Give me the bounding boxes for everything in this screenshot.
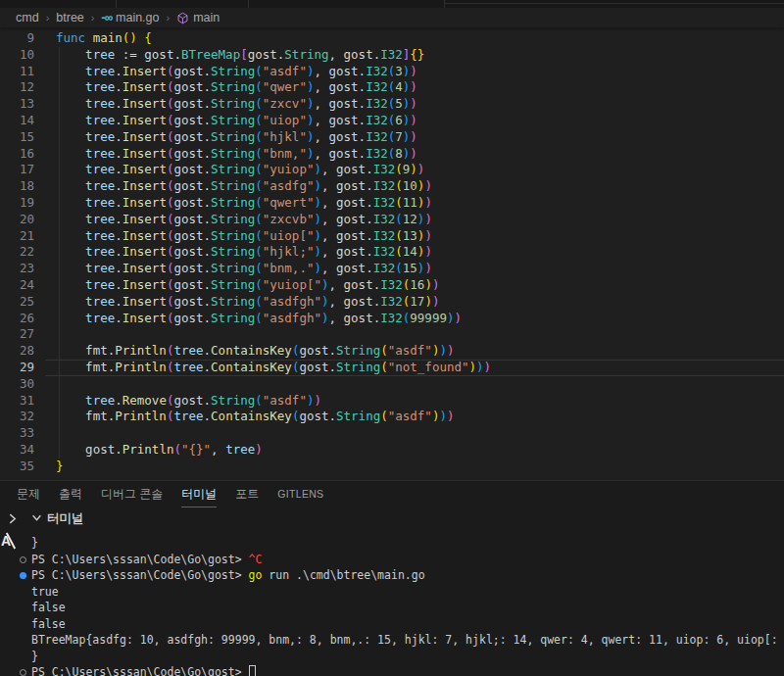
line-number[interactable]: 15 xyxy=(0,129,34,146)
code-line[interactable]: 32 fmt.Println(tree.ContainsKey(gost.Str… xyxy=(0,409,784,425)
line-number[interactable]: 9 xyxy=(0,30,34,47)
command-decoration-icon[interactable] xyxy=(20,669,26,676)
code-line[interactable]: 22 tree.Insert(gost.String("hjkl;"), gos… xyxy=(0,244,784,261)
code-text[interactable]: tree.Insert(gost.String("hjkl"), gost.I3… xyxy=(56,129,417,144)
breadcrumb-item[interactable]: cmd xyxy=(16,11,39,24)
code-line[interactable]: 28 fmt.Println(tree.ContainsKey(gost.Str… xyxy=(0,343,784,360)
code-line[interactable]: 34 gost.Println("{}", tree) xyxy=(0,442,784,459)
code-line[interactable]: 29 fmt.Println(tree.ContainsKey(gost.Str… xyxy=(0,360,784,376)
line-number[interactable]: 23 xyxy=(0,261,34,277)
panel-tab-디버그 콘솔[interactable]: 디버그 콘솔 xyxy=(101,481,163,507)
terminal-line: BTreeMap{asdfg: 10, asdfgh: 99999, bnm,:… xyxy=(31,632,784,649)
code-text[interactable]: tree.Insert(gost.String("hjkl;"), gost.I… xyxy=(56,244,432,259)
code-line[interactable]: 30 xyxy=(0,376,784,393)
code-line[interactable]: 14 tree.Insert(gost.String("uiop"), gost… xyxy=(0,113,784,129)
terminal[interactable]: A }PS C:\Users\sssan\Code\Go\gost> ^CPS … xyxy=(0,530,784,676)
bottom-panel: 문제출력디버그 콘솔터미널포트GITLENS 터미널 A }PS C:\User… xyxy=(0,480,784,676)
line-number[interactable]: 34 xyxy=(0,442,34,459)
line-number[interactable]: 28 xyxy=(0,343,34,360)
code-line[interactable]: 27 xyxy=(0,326,784,343)
code-text[interactable]: func main() { xyxy=(56,30,152,45)
code-text[interactable]: tree.Insert(gost.String("asdfgh"), gost.… xyxy=(56,294,439,309)
line-number[interactable]: 27 xyxy=(0,326,34,343)
command-decoration-icon[interactable] xyxy=(20,572,26,579)
code-line[interactable]: 24 tree.Insert(gost.String("yuiop["), go… xyxy=(0,277,784,294)
line-number[interactable]: 17 xyxy=(0,162,34,178)
code-text[interactable]: tree.Insert(gost.String("bnm,"), gost.I3… xyxy=(56,146,417,161)
line-number[interactable]: 29 xyxy=(0,360,34,376)
code-line[interactable]: 17 tree.Insert(gost.String("yuiop"), gos… xyxy=(0,162,784,178)
code-text[interactable]: tree := gost.BTreeMap[gost.String, gost.… xyxy=(56,47,424,62)
code-line[interactable]: 31 tree.Remove(gost.String("asdf")) xyxy=(0,393,784,410)
code-line[interactable]: 18 tree.Insert(gost.String("asdfg"), gos… xyxy=(0,178,784,195)
line-number[interactable]: 30 xyxy=(0,376,34,393)
terminal-dropdown[interactable]: 터미널 xyxy=(31,510,84,527)
code-line[interactable]: 25 tree.Insert(gost.String("asdfgh"), go… xyxy=(0,294,784,311)
code-line[interactable]: 21 tree.Insert(gost.String("uiop["), gos… xyxy=(0,228,784,245)
breadcrumb-item[interactable]: main xyxy=(176,11,220,24)
code-line[interactable]: 9func main() { xyxy=(0,30,784,47)
line-number[interactable]: 35 xyxy=(0,459,34,475)
breadcrumb-item[interactable]: -∞main.go xyxy=(101,11,159,24)
code-text[interactable]: tree.Insert(gost.String("bnm,."), gost.I… xyxy=(56,261,432,275)
code-text[interactable]: tree.Insert(gost.String("uiop["), gost.I… xyxy=(56,228,432,243)
code-editor[interactable]: 9func main() {10 tree := gost.BTreeMap[g… xyxy=(0,27,784,480)
code-text[interactable]: tree.Remove(gost.String("asdf")) xyxy=(56,393,321,408)
code-text[interactable]: tree.Insert(gost.String("zxcv"), gost.I3… xyxy=(56,96,417,111)
line-number[interactable]: 21 xyxy=(0,228,34,245)
code-line[interactable]: 10 tree := gost.BTreeMap[gost.String, go… xyxy=(0,47,784,64)
code-text[interactable]: tree.Insert(gost.String("yuiop["), gost.… xyxy=(56,277,439,292)
line-number[interactable]: 10 xyxy=(0,47,34,64)
terminal-section-header: 터미널 xyxy=(0,507,784,530)
code-text[interactable]: fmt.Println(tree.ContainsKey(gost.String… xyxy=(56,409,454,423)
line-number[interactable]: 11 xyxy=(0,64,34,80)
code-text[interactable]: tree.Insert(gost.String("qwert"), gost.I… xyxy=(56,195,432,210)
code-line[interactable]: 20 tree.Insert(gost.String("zxcvb"), gos… xyxy=(0,212,784,228)
panel-tab-출력[interactable]: 출력 xyxy=(59,481,82,507)
line-number[interactable]: 18 xyxy=(0,178,34,195)
line-number[interactable]: 16 xyxy=(0,146,34,163)
code-text[interactable]: tree.Insert(gost.String("zxcvb"), gost.I… xyxy=(56,212,432,226)
code-line[interactable]: 19 tree.Insert(gost.String("qwert"), gos… xyxy=(0,195,784,212)
code-line[interactable]: 33 xyxy=(0,425,784,442)
panel-tab-문제[interactable]: 문제 xyxy=(17,481,40,507)
terminal-section-label: 터미널 xyxy=(47,510,84,527)
code-line[interactable]: 15 tree.Insert(gost.String("hjkl"), gost… xyxy=(0,129,784,146)
code-text[interactable]: fmt.Println(tree.ContainsKey(gost.String… xyxy=(56,343,454,358)
code-line[interactable]: 12 tree.Insert(gost.String("qwer"), gost… xyxy=(0,79,784,96)
line-number[interactable]: 26 xyxy=(0,311,34,327)
panel-tab-GITLENS[interactable]: GITLENS xyxy=(277,481,323,507)
chevron-right-icon[interactable] xyxy=(7,513,18,524)
code-text[interactable]: tree.Insert(gost.String("uiop"), gost.I3… xyxy=(56,113,417,127)
line-number[interactable]: 24 xyxy=(0,277,34,294)
code-text[interactable]: tree.Insert(gost.String("asdfgh"), gost.… xyxy=(56,311,462,325)
editor-tab-bar xyxy=(0,0,784,8)
line-number[interactable]: 20 xyxy=(0,212,34,228)
line-number[interactable]: 13 xyxy=(0,96,34,113)
code-text[interactable]: tree.Insert(gost.String("yuiop"), gost.I… xyxy=(56,162,424,176)
code-line[interactable]: 11 tree.Insert(gost.String("asdf"), gost… xyxy=(0,64,784,80)
code-text[interactable]: fmt.Println(tree.ContainsKey(gost.String… xyxy=(56,360,491,374)
code-text[interactable]: tree.Insert(gost.String("asdfg"), gost.I… xyxy=(56,178,432,193)
command-decoration-icon[interactable] xyxy=(20,556,26,563)
code-line[interactable]: 16 tree.Insert(gost.String("bnm,"), gost… xyxy=(0,146,784,163)
code-line[interactable]: 23 tree.Insert(gost.String("bnm,."), gos… xyxy=(0,261,784,277)
line-number[interactable]: 22 xyxy=(0,244,34,261)
code-text[interactable]: } xyxy=(56,459,64,473)
line-number[interactable]: 19 xyxy=(0,195,34,212)
code-text[interactable]: tree.Insert(gost.String("asdf"), gost.I3… xyxy=(56,64,417,78)
panel-tab-포트[interactable]: 포트 xyxy=(235,481,259,507)
code-text[interactable]: gost.Println("{}", tree) xyxy=(56,442,263,457)
code-text[interactable]: tree.Insert(gost.String("qwer"), gost.I3… xyxy=(56,79,417,94)
line-number[interactable]: 12 xyxy=(0,79,34,96)
code-line[interactable]: 35} xyxy=(0,459,784,475)
code-line[interactable]: 26 tree.Insert(gost.String("asdfgh"), go… xyxy=(0,311,784,327)
line-number[interactable]: 25 xyxy=(0,294,34,311)
breadcrumb-item[interactable]: btree xyxy=(56,11,84,24)
code-line[interactable]: 13 tree.Insert(gost.String("zxcv"), gost… xyxy=(0,96,784,113)
line-number[interactable]: 31 xyxy=(0,393,34,410)
line-number[interactable]: 32 xyxy=(0,409,34,425)
panel-tab-터미널[interactable]: 터미널 xyxy=(181,481,217,507)
line-number[interactable]: 14 xyxy=(0,113,34,129)
line-number[interactable]: 33 xyxy=(0,425,34,442)
